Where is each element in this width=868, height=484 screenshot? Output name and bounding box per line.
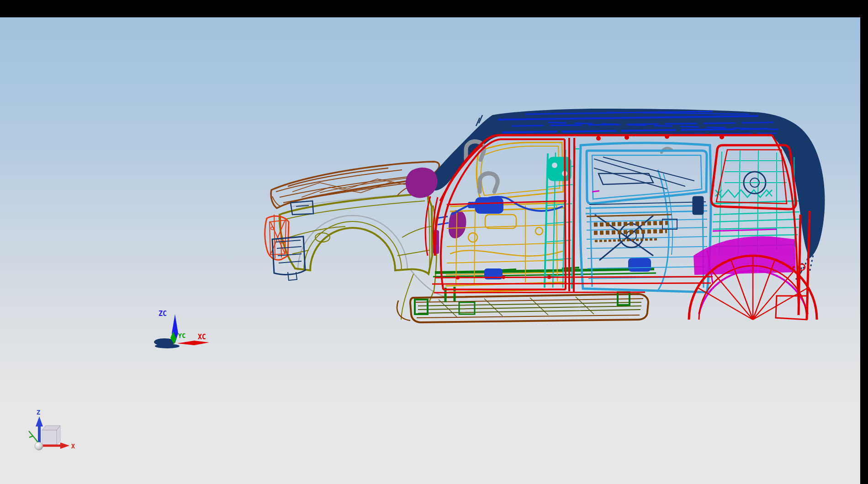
top-letterbox-bar [0, 0, 868, 17]
application-window: ZC YC XC [0, 0, 868, 484]
wcs-x-axis[interactable] [177, 341, 209, 345]
wcs-x-label: XC [198, 333, 206, 341]
view-triad-origin-sphere[interactable] [35, 442, 43, 450]
view-triad-z-label: Z [37, 409, 40, 416]
graphics-viewport[interactable]: ZC YC XC [0, 17, 860, 484]
wcs-z-label: ZC [159, 310, 167, 318]
front-fender-wireframe[interactable] [280, 194, 437, 320]
view-triad-x-label: X [71, 442, 75, 450]
view-triad-cube [42, 426, 60, 445]
right-letterbox-bar [860, 0, 868, 484]
model-canvas[interactable]: ZC YC XC [0, 17, 860, 484]
rocker-hatch-lines[interactable] [418, 297, 641, 317]
bumper-bracket-wireframe[interactable] [265, 215, 289, 260]
view-orientation-triad[interactable]: Z X [29, 409, 75, 450]
view-triad-y-axis[interactable] [29, 431, 38, 443]
wcs-y-label: YC [178, 332, 186, 339]
rear-door-internals[interactable] [589, 157, 706, 260]
